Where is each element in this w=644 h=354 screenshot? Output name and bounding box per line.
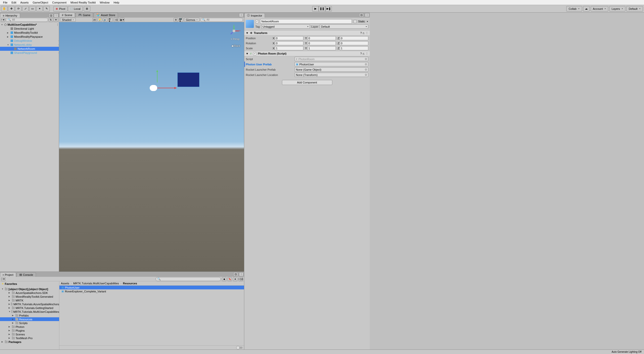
static-checkbox[interactable] xyxy=(353,20,357,23)
scale-y[interactable] xyxy=(307,46,336,50)
chevron-icon[interactable]: ▶ xyxy=(9,307,11,309)
chevron-down-icon[interactable]: ▼ xyxy=(246,52,249,55)
object-picker-icon[interactable]: ⊙ xyxy=(365,57,367,61)
project-favorites[interactable]: ★ Favorites xyxy=(0,282,59,286)
position-y[interactable] xyxy=(307,36,336,40)
hierarchy-vis[interactable]: 👁 xyxy=(54,18,58,22)
project-tree-item[interactable]: ▶ MixedRealityToolkit.Generated xyxy=(0,295,59,298)
rotation-y[interactable] xyxy=(307,41,336,45)
project-menu[interactable]: ⋮ xyxy=(239,272,244,276)
tag-dropdown[interactable]: Untagged xyxy=(261,24,310,29)
chevron-icon[interactable]: ▶ xyxy=(9,329,11,332)
transform-header[interactable]: ▼ ✥ Transform ? ⎌ ⋮ xyxy=(244,30,370,36)
rocket-loc-field[interactable]: None (Transform)⊙ xyxy=(295,73,368,77)
menu-help[interactable]: Help xyxy=(112,1,122,5)
hierarchy-tab[interactable]: ≡ Hierarchy xyxy=(0,13,20,18)
chevron-icon[interactable]: ▼ xyxy=(9,311,11,313)
crumb-0[interactable]: Assets xyxy=(61,282,69,285)
tab-inspector[interactable]: ⓘ Inspector xyxy=(244,13,265,18)
tab-scene[interactable]: #Scene xyxy=(59,13,75,17)
scene-menu-icon[interactable]: ⋮ xyxy=(56,23,59,26)
menu-window[interactable]: Window xyxy=(98,1,111,5)
object-picker-icon[interactable]: ⊙ xyxy=(365,68,367,71)
collab-dropdown[interactable]: Collab xyxy=(566,6,582,12)
asset-item[interactable]: ▣ RoverExplorer_Complete_Variant xyxy=(59,289,244,293)
project-fav[interactable]: ★ xyxy=(233,277,237,281)
transform-tool[interactable]: ✶ xyxy=(36,6,43,12)
chevron-icon[interactable]: ▶ xyxy=(12,318,15,320)
rotation-z[interactable] xyxy=(340,41,368,45)
preset-icon[interactable]: ⎌ xyxy=(363,52,365,55)
asset-size-slider[interactable] xyxy=(237,347,243,349)
hierarchy-item[interactable]: DebugWindow› xyxy=(0,39,59,43)
project-tree-item[interactable]: ▶ Prefabs xyxy=(0,314,59,317)
scale-x[interactable] xyxy=(275,46,303,50)
project-tree-item[interactable]: ▶ Resources xyxy=(0,317,59,321)
scene-search[interactable]: 🔍 xyxy=(200,18,243,22)
rect-tool[interactable]: ▭ xyxy=(29,6,36,12)
project-search[interactable]: 🔍 xyxy=(155,277,221,281)
photon-room-enabled[interactable]: ✓ xyxy=(253,52,256,55)
chevron-icon[interactable]: ▶ xyxy=(12,322,15,324)
component-menu-icon[interactable]: ⋮ xyxy=(366,52,368,55)
scene-fx-icon[interactable]: ☁▼ xyxy=(108,18,113,22)
hierarchy-create[interactable]: +▼ xyxy=(1,18,5,22)
hierarchy-menu[interactable]: ⋮ xyxy=(54,14,58,18)
project-filter-type[interactable]: ◆ xyxy=(222,277,226,281)
play-button[interactable]: ▶ xyxy=(312,6,319,12)
project-hidden[interactable]: 👁̸16 xyxy=(238,277,243,281)
static-dropdown-icon[interactable]: ▼ xyxy=(367,21,368,22)
menu-file[interactable]: File xyxy=(1,1,10,5)
persp-label[interactable]: ≡ Persp xyxy=(231,38,239,40)
menu-assets[interactable]: Assets xyxy=(18,1,31,5)
pivot-toggle[interactable]: ◉Pivot xyxy=(53,6,67,12)
tab-game[interactable]: 🎮Game xyxy=(75,13,93,17)
scale-tool[interactable]: ⤢ xyxy=(22,6,29,12)
chevron-icon[interactable]: ▶ xyxy=(9,303,10,305)
position-z[interactable] xyxy=(340,36,368,40)
crumb-2[interactable]: Resources xyxy=(123,282,137,285)
scene-hidden[interactable]: 👁̸ 0 xyxy=(113,18,119,22)
menu-gameobject[interactable]: GameObject xyxy=(31,1,50,5)
chevron-icon[interactable]: ▶ xyxy=(9,295,11,298)
add-component-button[interactable]: Add Component xyxy=(282,80,332,85)
orientation-gizmo[interactable]: y x xyxy=(228,25,240,37)
hierarchy-search[interactable]: 🔍 xyxy=(6,18,48,22)
project-tree-item[interactable]: ▶ AzureSpatialAnchors.SDK xyxy=(0,291,59,295)
chevron-right-icon[interactable]: › xyxy=(58,40,59,42)
chevron-right-icon[interactable]: › xyxy=(58,52,59,54)
project-tree-item[interactable]: ▶ MRTK xyxy=(0,298,59,302)
chevron-down-icon[interactable]: ▼ xyxy=(246,31,249,34)
preset-icon[interactable]: ⎌ xyxy=(363,31,365,35)
move-tool[interactable]: ✥ xyxy=(8,6,15,12)
project-tree-item[interactable]: ▶ MRTK.Tutorials.AzureSpatialAnchors xyxy=(0,302,59,306)
local-toggle[interactable]: ⬚Local xyxy=(68,6,83,12)
hierarchy-lock[interactable]: ⚿ xyxy=(49,14,53,18)
project-assets-root[interactable]: ▼ [object Object],[object Object] xyxy=(0,287,59,291)
project-packages[interactable]: ▶ Packages xyxy=(0,340,59,344)
hand-tool[interactable]: ✋ xyxy=(1,6,8,12)
chevron-icon[interactable]: ▶ xyxy=(9,337,11,339)
scale-z[interactable] xyxy=(340,46,368,50)
photon-user-prefab-field[interactable]: ▣PhotonUser⊙ xyxy=(295,62,368,66)
hierarchy-item[interactable]: ▶MixedRealityPlayspace xyxy=(0,35,59,39)
shading-dropdown[interactable]: Shaded xyxy=(60,18,76,22)
hierarchy-item[interactable]: Directional Light xyxy=(0,27,59,31)
chevron-icon[interactable]: ▶ xyxy=(9,326,11,328)
account-dropdown[interactable]: Account xyxy=(591,6,609,12)
chevron-icon[interactable]: ▶ xyxy=(7,36,10,38)
gameobject-name-field[interactable] xyxy=(260,19,352,24)
hierarchy-item[interactable]: SharedPlayground› xyxy=(0,51,59,55)
component-menu-icon[interactable]: ⋮ xyxy=(366,31,368,35)
hierarchy-search-input[interactable] xyxy=(12,18,46,21)
inspector-menu[interactable]: ⋮ xyxy=(365,13,369,17)
project-filter-label[interactable]: 🔖 xyxy=(227,277,232,281)
custom-tool[interactable]: ✎ xyxy=(43,6,50,12)
hierarchy-scene[interactable]: ▼ ⬠ MultiUserCapabilities* ⋮ xyxy=(0,23,59,27)
cloud-button[interactable]: ☁ xyxy=(583,6,590,12)
pause-button[interactable]: ❚❚ xyxy=(319,6,325,12)
project-lock[interactable]: ⚿ xyxy=(233,272,238,276)
rocket-prefab-field[interactable]: None (Game Object)⊙ xyxy=(295,67,368,72)
menu-mrtk[interactable]: Mixed Reality Toolkit xyxy=(68,1,98,5)
scene-light-icon[interactable]: 💡 xyxy=(98,18,102,22)
